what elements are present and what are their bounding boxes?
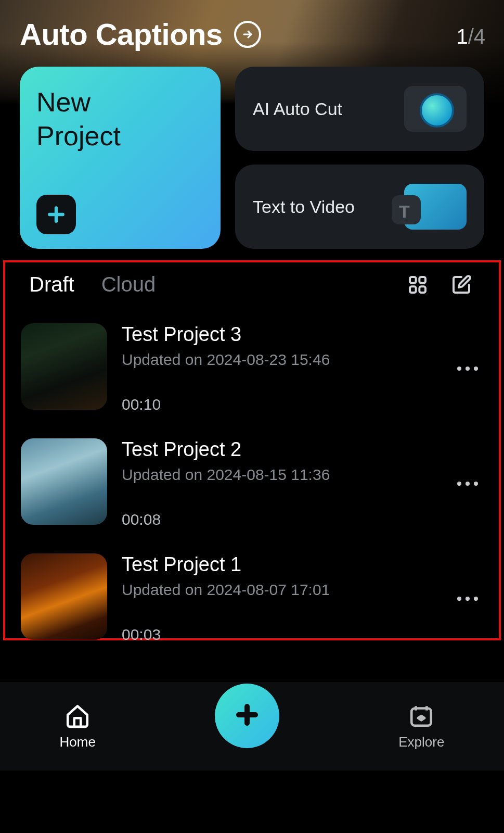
- nav-home[interactable]: Home: [60, 703, 96, 750]
- create-fab[interactable]: [215, 684, 279, 748]
- plus-icon: [36, 195, 76, 234]
- project-thumbnail: [21, 438, 107, 525]
- project-updated: Updated on 2024-08-07 17:01: [122, 581, 443, 599]
- explore-icon: [408, 703, 434, 731]
- nav-home-label: Home: [60, 734, 96, 750]
- project-thumbnail: [21, 323, 107, 410]
- project-more-button[interactable]: [457, 597, 483, 601]
- text-to-video-label: Text to Video: [253, 197, 355, 217]
- nav-explore[interactable]: Explore: [398, 703, 444, 750]
- svg-rect-1: [419, 277, 425, 283]
- project-row[interactable]: Test Project 3 Updated on 2024-08-23 15:…: [21, 323, 483, 413]
- plus-icon: [235, 702, 260, 729]
- edit-icon[interactable]: [451, 274, 472, 295]
- more-icon: [457, 367, 478, 371]
- nav-explore-label: Explore: [398, 734, 444, 750]
- project-duration: 00:08: [122, 511, 443, 528]
- bottom-nav: Home Explore: [0, 682, 504, 771]
- project-row[interactable]: Test Project 2 Updated on 2024-08-15 11:…: [21, 438, 483, 528]
- projects-section: Draft Cloud Test Project 3 Updated on 20…: [3, 260, 501, 640]
- project-more-button[interactable]: [457, 367, 483, 371]
- text-to-video-icon: [404, 184, 467, 230]
- project-title: Test Project 1: [122, 553, 443, 576]
- project-thumbnail: [21, 553, 107, 640]
- project-updated: Updated on 2024-08-23 15:46: [122, 351, 443, 369]
- project-duration: 00:10: [122, 396, 443, 413]
- hero-title: Auto Captions: [20, 17, 223, 52]
- ai-auto-cut-icon: [404, 86, 467, 132]
- home-icon: [64, 703, 91, 731]
- ai-auto-cut-label: AI Auto Cut: [253, 99, 342, 119]
- svg-rect-0: [410, 277, 416, 283]
- new-project-label: New Project: [36, 85, 204, 153]
- new-project-card[interactable]: New Project: [20, 67, 221, 249]
- ai-auto-cut-card[interactable]: AI Auto Cut: [235, 67, 484, 151]
- more-icon: [457, 597, 478, 601]
- project-row[interactable]: Test Project 1 Updated on 2024-08-07 17:…: [21, 553, 483, 643]
- tab-draft[interactable]: Draft: [29, 273, 74, 296]
- hero-page-indicator: 1/4: [456, 25, 485, 48]
- svg-rect-3: [419, 286, 425, 293]
- project-more-button[interactable]: [457, 482, 483, 486]
- project-title: Test Project 2: [122, 438, 443, 461]
- project-updated: Updated on 2024-08-15 11:36: [122, 466, 443, 484]
- project-duration: 00:03: [122, 626, 443, 643]
- svg-rect-2: [410, 286, 416, 293]
- arrow-right-circle-icon[interactable]: [234, 21, 261, 48]
- more-icon: [457, 482, 478, 486]
- project-title: Test Project 3: [122, 323, 443, 346]
- grid-view-icon[interactable]: [407, 274, 428, 295]
- text-to-video-card[interactable]: Text to Video: [235, 165, 484, 249]
- tab-cloud[interactable]: Cloud: [101, 273, 156, 296]
